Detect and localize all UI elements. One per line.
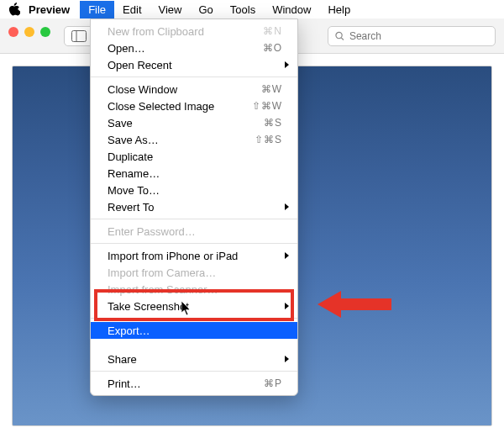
menu-item-take-screenshot[interactable]: Take Screenshot (91, 298, 297, 314)
menu-separator (91, 219, 297, 219)
file-menu: New from Clipboard⌘N Open…⌘O Open Recent… (90, 18, 298, 396)
menubar-item-view[interactable]: View (150, 1, 191, 18)
menu-item-close-selected-image[interactable]: Close Selected Image⇧⌘W (91, 98, 297, 114)
submenu-arrow-icon (285, 252, 289, 259)
menu-item-new-from-clipboard: New from Clipboard⌘N (91, 23, 297, 40)
submenu-arrow-icon (285, 356, 289, 362)
menu-item-rename[interactable]: Rename… (91, 165, 297, 182)
arrow-head-icon (318, 291, 341, 318)
svg-rect-0 (71, 30, 86, 41)
menubar-item-file[interactable]: File (80, 1, 114, 18)
menu-item-duplicate[interactable]: Duplicate (91, 148, 297, 165)
window-traffic-lights (8, 27, 50, 37)
menu-item-import-camera: Import from Camera… (91, 264, 297, 281)
search-icon (335, 31, 344, 41)
search-input[interactable] (349, 30, 488, 42)
menu-separator (91, 371, 297, 372)
submenu-arrow-icon (285, 61, 289, 68)
menu-item-move-to[interactable]: Move To… (91, 182, 297, 198)
sidebar-toggle-button[interactable] (65, 26, 93, 46)
mouse-cursor-icon (181, 301, 192, 316)
menu-item-print[interactable]: Print…⌘P (91, 375, 297, 392)
menubar-item-window[interactable]: Window (264, 1, 319, 18)
menu-item-import-scanner: Import from Scanner… (91, 281, 297, 298)
window-minimize-button[interactable] (24, 27, 34, 37)
submenu-arrow-icon (285, 303, 289, 309)
arrow-shaft (341, 298, 391, 310)
apple-menu-icon[interactable] (8, 3, 20, 16)
submenu-arrow-icon (285, 203, 289, 210)
menubar-app-name[interactable]: Preview (29, 3, 70, 16)
menubar-item-go[interactable]: Go (190, 1, 221, 18)
menu-item-revert-to[interactable]: Revert To (91, 198, 297, 215)
menu-item-enter-password: Enter Password… (91, 223, 297, 240)
menu-item-save-as[interactable]: Save As…⇧⌘S (91, 131, 297, 148)
annotation-arrow (318, 291, 391, 318)
menu-item-close-window[interactable]: Close Window⌘W (91, 81, 297, 98)
menu-item-open[interactable]: Open…⌘O (91, 40, 297, 56)
menu-separator (91, 318, 297, 319)
menubar-item-tools[interactable]: Tools (222, 1, 264, 18)
system-menubar: Preview File Edit View Go Tools Window H… (0, 0, 504, 18)
menu-item-export[interactable]: Export… (91, 322, 297, 339)
window-close-button[interactable] (8, 27, 18, 37)
sidebar-icon (71, 30, 87, 42)
svg-line-10 (341, 37, 344, 40)
menu-item-open-recent[interactable]: Open Recent (91, 56, 297, 73)
menu-item-import-iphone-ipad[interactable]: Import from iPhone or iPad (91, 247, 297, 264)
window-zoom-button[interactable] (40, 27, 50, 37)
menu-separator (91, 77, 297, 77)
toolbar-search-field[interactable] (328, 26, 496, 46)
menu-separator (91, 243, 297, 244)
menubar-item-help[interactable]: Help (319, 1, 359, 18)
menu-item-share[interactable]: Share (91, 351, 297, 367)
menubar-item-edit[interactable]: Edit (114, 1, 150, 18)
menu-item-save[interactable]: Save⌘S (91, 114, 297, 131)
svg-point-9 (336, 32, 342, 38)
